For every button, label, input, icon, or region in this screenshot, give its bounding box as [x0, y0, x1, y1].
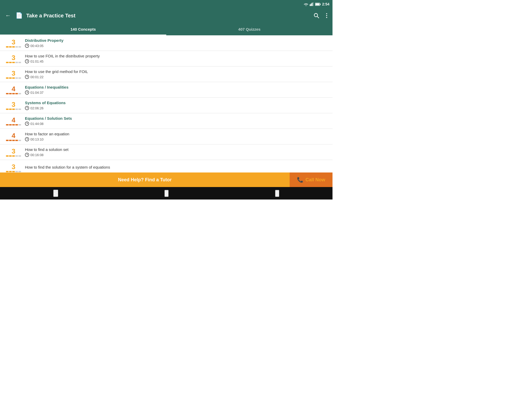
list-item[interactable]: 3How to find the solution for a system o…	[0, 160, 332, 172]
progress-bars	[6, 155, 21, 157]
progress-bars	[6, 109, 21, 110]
item-duration: 00:43:05	[25, 44, 328, 48]
badge-number: 3	[12, 54, 15, 61]
item-duration: 01:04:37	[25, 90, 328, 95]
search-icon	[314, 13, 319, 18]
clock-icon	[25, 122, 29, 126]
duration-text: 00:16:08	[30, 153, 44, 157]
duration-text: 02:06:26	[30, 106, 44, 110]
duration-text: 00:43:05	[30, 44, 44, 48]
item-title: Systems of Equations	[25, 101, 328, 105]
badge-number: 3	[12, 163, 15, 170]
clock-icon	[25, 137, 29, 141]
clock-icon	[25, 106, 29, 110]
app-bar-right	[312, 12, 328, 19]
badge-number: 3	[12, 39, 15, 45]
item-info: How to factor an equation00:13:10	[23, 132, 328, 141]
item-title: Distributive Property	[25, 38, 328, 43]
item-duration: 01:44:08	[25, 122, 328, 126]
svg-rect-6	[320, 3, 321, 5]
item-title: How to find a solution set	[25, 147, 328, 152]
item-info: How to find a solution set00:16:08	[23, 147, 328, 157]
svg-rect-3	[312, 3, 312, 6]
item-info: How to use the grid method for FOIL00:01…	[23, 69, 328, 79]
phone-icon: 📞	[297, 177, 303, 183]
tab-bar: 140 Concepts 407 Quizzes	[0, 23, 332, 35]
badge-number: 4	[12, 117, 15, 123]
wifi-icon	[304, 2, 308, 6]
status-icons: 2:54	[304, 2, 329, 6]
tab-quizzes[interactable]: 407 Quizzes	[166, 23, 332, 35]
badge-col: 3	[4, 148, 23, 157]
clock-icon	[25, 90, 29, 95]
progress-bars	[6, 124, 21, 125]
nav-home-button[interactable]: ○	[164, 190, 169, 197]
list-item[interactable]: 3How to use FOIL in the distributive pro…	[0, 51, 332, 66]
badge-col: 4	[4, 85, 23, 94]
clock-icon	[25, 44, 29, 48]
item-title: How to use FOIL in the distributive prop…	[25, 54, 328, 58]
tab-concepts[interactable]: 140 Concepts	[0, 23, 166, 35]
svg-point-11	[326, 15, 327, 16]
item-info: Equations / Solution Sets01:44:08	[23, 116, 328, 126]
search-button[interactable]	[312, 12, 320, 19]
signal-icon	[310, 2, 314, 6]
battery-icon	[315, 3, 321, 6]
list-item[interactable]: 4Equations / Solution Sets01:44:08	[0, 113, 332, 129]
item-info: Distributive Property00:43:05	[23, 38, 328, 48]
badge-number: 4	[12, 85, 15, 92]
item-title: How to factor an equation	[25, 132, 328, 136]
list-item[interactable]: 3How to find a solution set00:16:08	[0, 144, 332, 160]
nav-recent-button[interactable]: □	[275, 190, 279, 197]
list-item[interactable]: 4Equations / Inequalities01:04:37	[0, 82, 332, 98]
nav-bar: ◁ ○ □	[0, 187, 332, 200]
svg-line-9	[317, 16, 319, 18]
item-info: How to find the solution for a system of…	[23, 165, 328, 170]
item-title: How to use the grid method for FOIL	[25, 69, 328, 74]
svg-point-12	[326, 17, 327, 18]
badge-col: 3	[4, 70, 23, 79]
duration-text: 01:04:37	[30, 91, 44, 95]
item-info: Systems of Equations02:06:26	[23, 101, 328, 110]
status-time: 2:54	[322, 2, 329, 6]
badge-number: 3	[12, 101, 15, 108]
more-options-button[interactable]	[325, 12, 328, 19]
badge-number: 3	[12, 148, 15, 155]
svg-point-0	[305, 5, 306, 6]
badge-col: 3	[4, 39, 23, 48]
progress-bars	[6, 140, 21, 141]
app-bar-title: Take a Practice Test	[26, 13, 75, 19]
call-now-label: Call Now	[305, 177, 325, 183]
progress-bars	[6, 46, 21, 48]
content-list: 3Distributive Property00:43:053How to us…	[0, 35, 332, 172]
back-button[interactable]: ←	[4, 11, 12, 20]
list-item[interactable]: 3Systems of Equations02:06:26	[0, 98, 332, 113]
status-bar: 2:54	[0, 0, 332, 8]
nav-back-button[interactable]: ◁	[53, 190, 58, 197]
clock-icon	[25, 75, 29, 79]
list-item[interactable]: 4How to factor an equation00:13:10	[0, 129, 332, 144]
duration-text: 00:01:22	[30, 75, 44, 79]
badge-col: 3	[4, 163, 23, 172]
progress-bars	[6, 77, 21, 79]
svg-point-10	[326, 13, 327, 14]
badge-number: 3	[12, 70, 15, 77]
svg-rect-1	[310, 4, 310, 6]
svg-rect-4	[313, 2, 314, 6]
app-bar-left: ← 📄 Take a Practice Test	[4, 11, 75, 20]
more-icon	[326, 13, 327, 18]
list-item[interactable]: 3Distributive Property00:43:05	[0, 35, 332, 51]
app-bar: ← 📄 Take a Practice Test	[0, 8, 332, 23]
banner-main-text[interactable]: Need Help? Find a Tutor	[0, 177, 290, 183]
bottom-banner: Need Help? Find a Tutor 📞 Call Now	[0, 172, 332, 187]
item-duration: 00:01:22	[25, 75, 328, 79]
svg-rect-2	[311, 4, 311, 6]
duration-text: 01:44:08	[30, 122, 44, 126]
doc-icon: 📄	[16, 12, 23, 19]
item-duration: 02:06:26	[25, 106, 328, 110]
list-item[interactable]: 3How to use the grid method for FOIL00:0…	[0, 66, 332, 82]
badge-col: 3	[4, 54, 23, 63]
call-now-button[interactable]: 📞 Call Now	[290, 172, 332, 187]
badge-col: 4	[4, 132, 23, 141]
item-duration: 00:16:08	[25, 153, 328, 157]
